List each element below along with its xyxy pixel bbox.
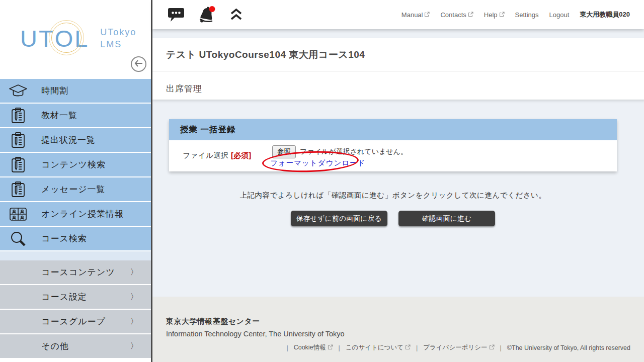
- sidebar-item-label: コースコンテンツ: [41, 266, 115, 278]
- notification-dot: [209, 6, 215, 12]
- file-input: 参照 ファイルが選択されていません。: [272, 145, 408, 158]
- sidebar-item-label: コンテンツ検索: [41, 159, 106, 170]
- clipboard-icon: [8, 132, 28, 149]
- sidebar-item-submission-status[interactable]: 提出状況一覧: [0, 128, 151, 153]
- logo-subtitle: UTokyo LMS: [100, 26, 136, 51]
- logo-text: UTOL: [20, 27, 89, 50]
- sidebar-spacer: [0, 251, 151, 260]
- sidebar-item-label: その他: [41, 340, 69, 352]
- search-icon: [8, 230, 28, 247]
- cookie-info-link[interactable]: Cookie情報: [294, 343, 333, 352]
- sidebar-item-messages[interactable]: メッセージ一覧: [0, 177, 151, 202]
- sidebar-item-label: コース検索: [41, 233, 87, 244]
- topbar: Manual Contacts Help Settings Logout 東大用…: [152, 0, 644, 29]
- format-download-link[interactable]: フォーマットダウンロード: [270, 158, 365, 168]
- footer-org-japanese: 東京大学情報基盤センター: [152, 297, 644, 326]
- sidebar-menu: 時間割 教材一覧 提出状況一覧: [0, 79, 151, 251]
- sidebar-item-label: 時間割: [41, 85, 68, 97]
- footer: 東京大学情報基盤センター Information Technology Cent…: [152, 297, 644, 362]
- page-header: テスト UTokyoCourse104 東大用コース104 出席管理: [152, 38, 644, 100]
- settings-link[interactable]: Settings: [515, 11, 539, 19]
- bulk-register-panel: 授業 一括登録 ファイル選択 [必須] 参照 ファイルが選択されていません。 フ…: [169, 119, 617, 171]
- external-link-icon: [328, 344, 333, 351]
- footer-org-english: Information Technology Center, The Unive…: [152, 326, 644, 338]
- separator: |: [500, 344, 502, 351]
- topbar-links: Manual Contacts Help Settings Logout 東大用…: [401, 10, 630, 19]
- sidebar-item-course-search[interactable]: コース検索: [0, 227, 151, 251]
- sidebar-item-label: 教材一覧: [41, 110, 77, 121]
- external-link-icon: [468, 11, 473, 19]
- help-link[interactable]: Help: [484, 11, 505, 19]
- sidebar-item-online-class-info[interactable]: オンライン授業情報: [0, 202, 151, 227]
- panel-header: 授業 一括登録: [169, 119, 617, 140]
- chevron-right-icon: 〉: [130, 341, 138, 351]
- sidebar: UTOL UTokyo LMS 時間割: [0, 0, 151, 362]
- content-area: 授業 一括登録 ファイル選択 [必須] 参照 ファイルが選択されていません。 フ…: [152, 100, 644, 297]
- sidebar-item-label: メッセージ一覧: [41, 184, 106, 195]
- sidebar-item-timetable[interactable]: 時間割: [0, 79, 151, 104]
- sidebar-item-course-group[interactable]: コースグループ 〉: [0, 310, 151, 334]
- privacy-policy-link[interactable]: プライバシーポリシー: [423, 343, 494, 352]
- logo-o-rings: O: [55, 27, 75, 50]
- file-select-label: ファイル選択 [必須]: [183, 151, 252, 160]
- sidebar-item-label: 提出状況一覧: [41, 134, 96, 146]
- online-class-icon: [8, 207, 28, 221]
- instruction-text: 上記内容でよろしければ「確認画面に進む」ボタンをクリックして次に進んでください。: [169, 191, 617, 200]
- panel-title: 授業 一括登録: [180, 124, 236, 135]
- clipboard-icon: [8, 107, 28, 124]
- back-without-saving-button[interactable]: 保存せずに前の画面に戻る: [291, 211, 387, 226]
- external-link-icon: [424, 11, 430, 19]
- sidebar-item-label: コース設定: [41, 291, 87, 303]
- utol-logo: UTOL UTokyo LMS: [20, 26, 136, 51]
- sidebar-item-content-search[interactable]: コンテンツ検索: [0, 153, 151, 177]
- footer-links: | Cookie情報 | このサイトについて | プライバシーポリシー | ©T…: [152, 338, 644, 352]
- external-link-icon: [405, 344, 411, 351]
- clipboard-icon: [8, 181, 28, 198]
- separator: |: [339, 344, 340, 351]
- copyright-text: ©The University of Tokyo, All rights res…: [507, 344, 630, 351]
- logout-link[interactable]: Logout: [549, 11, 570, 19]
- arrow-left-icon: [134, 60, 143, 69]
- sidebar-item-others[interactable]: その他 〉: [0, 334, 151, 359]
- panel-body: ファイル選択 [必須] 参照 ファイルが選択されていません。 フォーマットダウン…: [169, 140, 617, 171]
- sidebar-item-label: オンライン授業情報: [41, 208, 124, 220]
- sidebar-collapse-button[interactable]: [131, 56, 146, 72]
- proceed-to-confirmation-button[interactable]: 確認画面に進む: [398, 211, 495, 226]
- sidebar-item-course-contents[interactable]: コースコンテンツ 〉: [0, 260, 151, 285]
- clipboard-icon: [8, 156, 28, 173]
- contacts-link[interactable]: Contacts: [440, 11, 473, 19]
- main-area: Manual Contacts Help Settings Logout 東大用…: [151, 0, 644, 362]
- course-title: テスト UTokyoCourse104 東大用コース104: [152, 38, 644, 61]
- about-site-link[interactable]: このサイトについて: [346, 343, 411, 352]
- logo-area: UTOL UTokyo LMS: [0, 0, 151, 79]
- notifications-bell-icon[interactable]: [198, 6, 217, 24]
- chevron-right-icon: 〉: [130, 267, 138, 277]
- sidebar-item-label: コースグループ: [41, 316, 106, 327]
- external-link-icon: [489, 344, 495, 351]
- browse-button[interactable]: 参照: [272, 145, 296, 158]
- graduation-cap-icon: [8, 83, 28, 99]
- sidebar-menu-course: コースコンテンツ 〉 コース設定 〉 コースグループ 〉 その他 〉: [0, 260, 151, 359]
- chevron-right-icon: 〉: [130, 292, 138, 302]
- collapse-topbar-icon[interactable]: [230, 8, 243, 22]
- external-link-icon: [499, 11, 505, 19]
- chevron-right-icon: 〉: [130, 317, 138, 326]
- manual-link[interactable]: Manual: [401, 11, 430, 19]
- page-title: 出席管理: [152, 71, 644, 95]
- sidebar-item-materials[interactable]: 教材一覧: [0, 104, 151, 128]
- separator: |: [286, 344, 288, 351]
- user-name: 東大用教職員020: [580, 10, 630, 19]
- no-file-selected-text: ファイルが選択されていません。: [300, 147, 408, 156]
- messages-icon[interactable]: [168, 7, 185, 23]
- sidebar-item-course-settings[interactable]: コース設定 〉: [0, 285, 151, 310]
- action-buttons: 保存せずに前の画面に戻る 確認画面に進む: [169, 211, 617, 226]
- required-badge: [必須]: [231, 151, 252, 159]
- separator: |: [416, 344, 418, 351]
